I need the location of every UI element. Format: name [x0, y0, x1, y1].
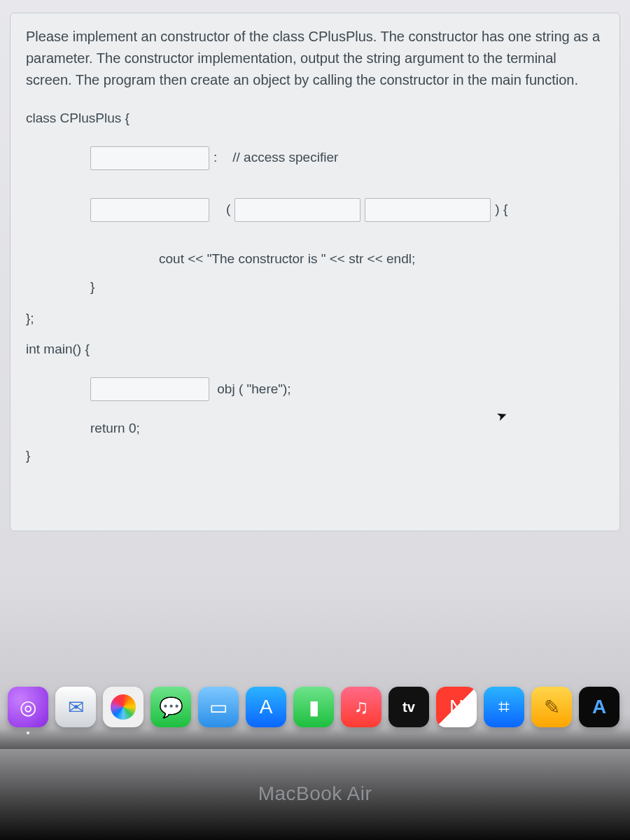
- question-card: Please implement an constructor of the c…: [10, 13, 620, 531]
- main-close-brace: }: [26, 447, 30, 465]
- tv-glyph: tv: [402, 699, 415, 715]
- open-paren: (: [226, 200, 230, 219]
- xcode-glyph: A: [592, 696, 606, 718]
- blank-access-specifier[interactable]: [90, 146, 209, 170]
- mail-glyph: ✉: [68, 696, 84, 719]
- files-glyph: ▭: [209, 696, 227, 719]
- notes-glyph: ✎: [544, 696, 560, 719]
- dock-photos-icon[interactable]: [103, 687, 144, 727]
- blank-param-name[interactable]: [365, 198, 491, 222]
- class-close: };: [26, 309, 34, 328]
- cout-line: cout << "The constructor is " << str << …: [159, 250, 415, 269]
- messages-glyph: 💬: [159, 696, 183, 719]
- access-comment: // access specifier: [232, 148, 338, 167]
- macos-dock: ◎ ✉ 💬 ▭ A ▮ ♫ tv N ⌗ ✎ A: [0, 680, 630, 734]
- blank-param-type[interactable]: [234, 198, 360, 222]
- return-statement: return 0;: [90, 419, 140, 438]
- dock-files-icon[interactable]: ▭: [198, 687, 239, 727]
- code-block: class CPlusPlus { : // access specifier …: [26, 109, 604, 465]
- dock-messages-icon[interactable]: 💬: [150, 687, 191, 727]
- obj-call: obj ( "here");: [214, 380, 291, 399]
- dock-keynote-icon[interactable]: ⌗: [484, 687, 524, 727]
- photos-glyph: [111, 694, 136, 720]
- colon-text: :: [214, 148, 217, 167]
- keynote-glyph: ⌗: [498, 696, 510, 719]
- question-prompt: Please implement an constructor of the c…: [26, 26, 604, 91]
- appstore-glyph: A: [260, 696, 273, 718]
- news-glyph: N: [449, 696, 463, 718]
- dock-notes-icon[interactable]: ✎: [531, 687, 572, 727]
- main-signature: int main() {: [26, 340, 90, 359]
- dock-mail-icon[interactable]: ✉: [55, 687, 96, 727]
- hardware-label: MacBook Air: [0, 783, 630, 805]
- blank-constructor-name[interactable]: [90, 198, 209, 222]
- dock-podcasts-icon[interactable]: ◎: [8, 687, 48, 727]
- class-declaration: class CPlusPlus {: [26, 109, 130, 128]
- dock-appstore-icon[interactable]: A: [246, 687, 286, 727]
- podcasts-glyph: ◎: [20, 696, 36, 719]
- dock-news-icon[interactable]: N: [436, 687, 477, 727]
- dock-facetime-icon[interactable]: ▮: [293, 687, 334, 727]
- blank-object-type[interactable]: [90, 377, 209, 401]
- dock-tv-icon[interactable]: tv: [388, 687, 429, 727]
- dock-music-icon[interactable]: ♫: [341, 687, 382, 727]
- close-signature: ) {: [495, 200, 507, 219]
- facetime-glyph: ▮: [309, 696, 319, 719]
- music-glyph: ♫: [354, 696, 369, 718]
- member-close-brace: }: [90, 278, 94, 297]
- dock-xcode-icon[interactable]: A: [579, 687, 620, 727]
